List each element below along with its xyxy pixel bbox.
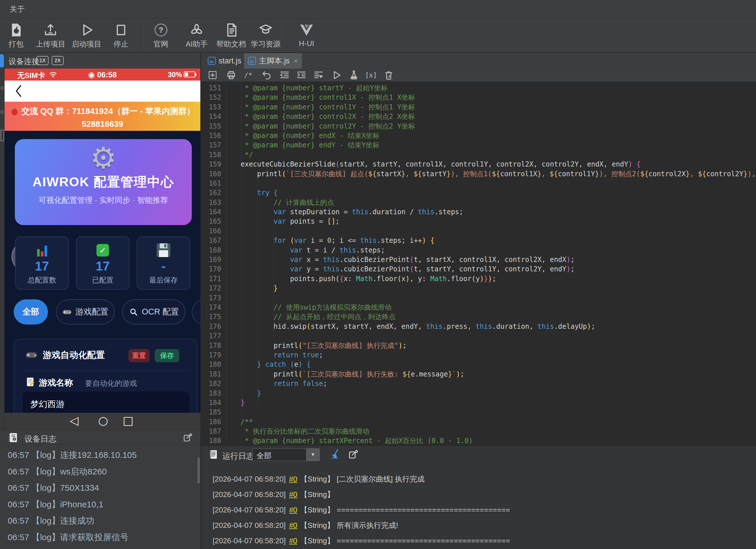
run-log-entry: [2026-04-07 06:58:20]#0【String】所有演示执行完成!: [213, 518, 750, 533]
run-log-icon: [208, 449, 219, 461]
rail-device-badge[interactable]: [0, 54, 4, 67]
editor-indent-button[interactable]: [295, 69, 308, 81]
scale-2x-button[interactable]: 2X: [52, 56, 64, 65]
line-number: 168: [201, 246, 227, 255]
code-line: 167 for (var i = 0; i <= this.steps; i++…: [201, 236, 756, 245]
line-number: 176: [201, 322, 227, 331]
code-line: 174 // 使用swip方法模拟贝塞尔曲线滑动: [201, 303, 756, 312]
code-area[interactable]: 151 * @param {number} startY - 起始Y坐标152 …: [201, 82, 756, 445]
filter-chip-partial[interactable]: [192, 300, 200, 325]
toolbar-help-button[interactable]: ?官网: [143, 22, 179, 51]
divider: [21, 371, 190, 371]
variables-icon: [x]: [365, 69, 377, 81]
code-line: 172 }: [201, 284, 756, 293]
toolbar-play-button[interactable]: 启动项目: [69, 22, 104, 51]
line-number: 163: [201, 198, 227, 207]
save-button[interactable]: 保存: [155, 349, 179, 362]
code-lines: 151 * @param {number} startY - 起始Y坐标152 …: [201, 83, 756, 445]
editor-new-file-button[interactable]: [206, 69, 219, 81]
rail-icon[interactable]: [1, 86, 4, 90]
rail-icon[interactable]: [1, 110, 4, 114]
device-log-scrollbar[interactable]: [197, 457, 200, 484]
editor-undo-button[interactable]: [260, 69, 273, 81]
filter-chip-all[interactable]: 全部: [14, 300, 48, 325]
device-log-entry: 06:57 【log】ws启动8260: [8, 463, 196, 480]
comment-icon: /*: [242, 69, 255, 81]
code-line: 156 * @param {number} endX - 结束X坐标: [201, 131, 756, 140]
scale-1x-button[interactable]: 1X: [37, 56, 49, 65]
editor-print-button[interactable]: [225, 69, 237, 81]
close-icon[interactable]: ×: [294, 57, 298, 65]
toolbar-package-button[interactable]: 打包: [0, 22, 34, 51]
bar-chart-icon: [16, 241, 68, 259]
code-line: 157 * @param {number} endY - 结束Y坐标: [201, 140, 756, 150]
device-log-panel[interactable]: 设备日志 06:57 【log】连接192.168.10.10506:57 【l…: [0, 430, 200, 549]
nav-recent-icon[interactable]: □: [123, 414, 134, 427]
clear-log-broom-icon[interactable]: [330, 448, 342, 461]
openai-icon: [179, 22, 214, 38]
device-log-icon: [7, 432, 19, 444]
log-ref-link[interactable]: #0: [289, 506, 297, 514]
stat-value: -: [137, 259, 190, 273]
nav-back-icon[interactable]: ◁: [70, 414, 78, 427]
game-card-title: 游戏自动化配置: [43, 349, 105, 361]
run-log-entry: [2026-04-07 06:58:20]#0【String】[二次贝塞尔曲线]…: [213, 471, 750, 487]
toolbar-upload-button[interactable]: 上传项目: [33, 22, 68, 51]
code-line: 173: [201, 294, 756, 303]
editor-format-button[interactable]: [312, 69, 325, 81]
editor-run-button[interactable]: [330, 69, 342, 81]
editor-trash-button[interactable]: [382, 69, 395, 81]
code-line: 164 var stepDuration = this.duration / t…: [201, 207, 756, 217]
log-ref-link[interactable]: #0: [289, 536, 297, 545]
code-line: 159executeCubicBezierSlide(startX, start…: [201, 160, 756, 169]
run-log-panel[interactable]: 运行日志 全部 ▼ [2026-04-07 06:58:20]#0【String…: [201, 446, 756, 549]
code-line: 170 var y = this.cubicBezierPoint(t, sta…: [201, 264, 756, 274]
line-number: 175: [201, 312, 227, 322]
log-ref-link[interactable]: #0: [289, 490, 297, 499]
record-icon: ◉: [88, 71, 95, 79]
code-line: 163 // 计算曲线上的点: [201, 198, 756, 207]
back-icon[interactable]: [14, 84, 23, 98]
rail-icon[interactable]: [1, 130, 4, 141]
toolbar-hui-button[interactable]: H-UI: [289, 22, 324, 51]
js-file-icon: JS: [248, 57, 256, 65]
phone-mirror[interactable]: 无SIM卡 ◉ 06:58 30% 交流 QQ 群：711841924（群一 -…: [5, 69, 200, 430]
line-number: 188: [201, 436, 227, 445]
code-line: 151 * @param {number} startY - 起始Y坐标: [201, 83, 756, 93]
tab-主脚本.js[interactable]: JS主脚本.js×: [244, 53, 302, 69]
device-log-popout-icon[interactable]: [183, 433, 193, 443]
editor-outdent-button[interactable]: [278, 69, 291, 81]
toolbar-learn-button[interactable]: 学习资源: [248, 22, 283, 51]
gear-icon: ⚙: [15, 143, 192, 173]
toolbar-openai-button[interactable]: AI助手: [179, 22, 214, 51]
line-number: 152: [201, 93, 227, 102]
filter-chip-ocr[interactable]: OCR 配置: [122, 300, 186, 325]
filter-chip-game[interactable]: 游戏配置: [56, 300, 115, 325]
line-number: 183: [201, 389, 227, 398]
editor-variables-button[interactable]: [x]: [365, 69, 377, 81]
toolbar-docs-button[interactable]: 帮助文档: [213, 22, 249, 51]
line-number: 166: [201, 226, 227, 236]
stat-value: 17: [16, 259, 68, 273]
print-icon: [225, 69, 237, 81]
code-line: 188 * @param {number} startXPercent - 起始…: [201, 436, 756, 445]
floppy-icon: [137, 241, 190, 259]
line-number: 179: [201, 351, 227, 360]
toolbar-stop-button[interactable]: 停止: [103, 22, 139, 51]
chevron-down-icon[interactable]: ▼: [306, 449, 319, 461]
editor-flask-button[interactable]: [348, 69, 360, 81]
gamepad-icon: [25, 349, 38, 361]
log-ref-link[interactable]: #0: [289, 521, 297, 530]
log-ref-link[interactable]: #0: [289, 475, 297, 483]
editor-comment-button[interactable]: /*: [242, 69, 255, 81]
nav-home-icon[interactable]: ○: [98, 414, 108, 427]
hero-subtitle: 可视化配置管理 · 实时同步 · 智能推荐: [15, 195, 192, 205]
run-log-popout-icon[interactable]: [348, 449, 359, 460]
undo-icon: [260, 69, 273, 81]
device-log-header: 设备日志: [0, 430, 200, 445]
line-number: 159: [201, 160, 227, 169]
run-log-filter-select[interactable]: 全部 ▼: [252, 449, 320, 461]
run-log-filter-value: 全部: [257, 451, 271, 461]
menu-about[interactable]: 关于: [7, 0, 27, 18]
reset-button[interactable]: 重置: [128, 349, 150, 362]
